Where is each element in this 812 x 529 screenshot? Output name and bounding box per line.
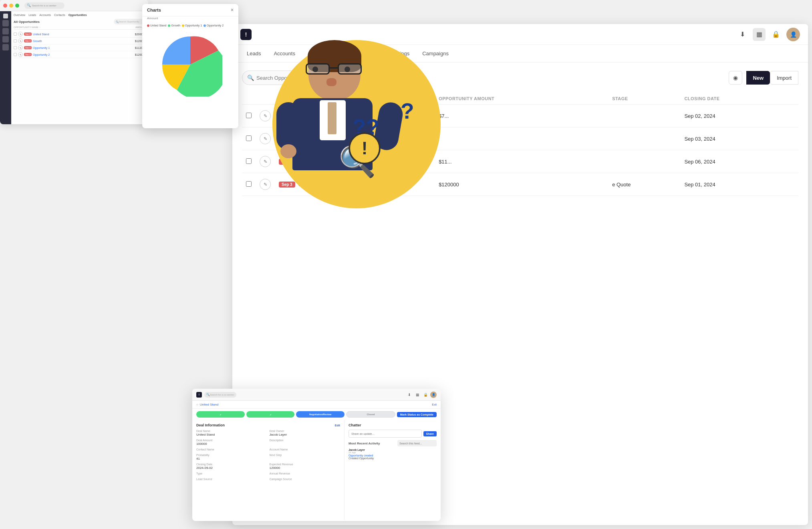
row-edit-icon[interactable]: ✎ bbox=[18, 38, 23, 43]
row-edit-cell: ✎ bbox=[256, 150, 275, 173]
progress-step-2[interactable]: Negotiation/Review bbox=[296, 411, 345, 418]
row-edit-icon[interactable]: ✎ bbox=[18, 45, 23, 50]
row-edit-icon[interactable]: ✎ bbox=[260, 179, 271, 190]
detail-download-icon[interactable]: ⬇ bbox=[406, 392, 413, 398]
back-search-input[interactable]: 🔍 Search Opportunity bbox=[114, 19, 146, 24]
detail-lock-icon[interactable]: 🔒 bbox=[422, 392, 429, 398]
back-crm-window: 🔍 Search for a co-worker Overview Leads … bbox=[0, 0, 148, 124]
back-search-bar[interactable]: 🔍 Search for a co-worker bbox=[24, 2, 64, 9]
download-icon-btn[interactable]: ⬇ bbox=[736, 28, 749, 41]
nav-campaigns[interactable]: Campaigns bbox=[416, 45, 455, 63]
row-edit-icon[interactable]: ✎ bbox=[18, 32, 23, 36]
min-btn-back[interactable] bbox=[9, 4, 13, 8]
pie-chart bbox=[158, 32, 222, 97]
back-nav-accounts[interactable]: Accounts bbox=[39, 14, 51, 16]
chart-close-button[interactable]: × bbox=[231, 7, 234, 13]
field-description: Description bbox=[270, 439, 341, 446]
nav-accounts[interactable]: Accounts bbox=[267, 45, 301, 63]
back-topbar: 🔍 Search for a co-worker bbox=[0, 0, 148, 11]
row-name[interactable]: Growth bbox=[33, 40, 42, 42]
lock-icon-btn[interactable]: 🔒 bbox=[770, 28, 782, 41]
row-name[interactable]: United Stand bbox=[33, 33, 49, 36]
row-edit-cell: ✎ bbox=[256, 127, 275, 150]
progress-step-3[interactable]: Closed bbox=[346, 411, 395, 418]
field-account-name: Account Name bbox=[270, 448, 341, 451]
back-row-left: ✎ Sep 3 Growth bbox=[14, 38, 42, 43]
activity-header: Most Recent Activity bbox=[349, 440, 437, 446]
chatter-input-row: Share bbox=[349, 430, 437, 438]
mark-status-complete-button[interactable]: Mark Status as Complete bbox=[397, 412, 437, 417]
chatter-input-field[interactable] bbox=[349, 430, 422, 438]
chatter-share-button[interactable]: Share bbox=[423, 431, 437, 436]
exit-button[interactable]: Exit bbox=[432, 403, 437, 406]
chart-view-btn[interactable]: ◉ bbox=[729, 71, 742, 85]
import-button[interactable]: Import bbox=[770, 71, 798, 85]
row-checkbox[interactable] bbox=[246, 135, 252, 141]
row-checkbox-cell bbox=[242, 173, 256, 196]
back-nav-leads[interactable]: Leads bbox=[28, 14, 36, 16]
field-probability: Probability 41 bbox=[196, 454, 267, 460]
detail-body: Deal Information Edit Deal Name United S… bbox=[192, 420, 441, 520]
row-checkbox[interactable] bbox=[14, 32, 17, 36]
back-table-row[interactable]: ✎ Sep 3 Opportunity 1 $112000 bbox=[14, 44, 146, 51]
sidebar-icon-4[interactable] bbox=[2, 44, 9, 50]
deal-edit-button[interactable]: Edit bbox=[335, 424, 340, 427]
max-btn-back[interactable] bbox=[15, 4, 19, 8]
row-amount-cell: $7... bbox=[435, 105, 608, 127]
row-edit-icon[interactable]: ✎ bbox=[260, 133, 271, 144]
row-edit-icon[interactable]: ✎ bbox=[18, 52, 23, 57]
row-checkbox[interactable] bbox=[14, 53, 17, 56]
feed-search-input[interactable] bbox=[397, 440, 437, 446]
sidebar-icon-1[interactable] bbox=[2, 20, 9, 26]
back-sidebar bbox=[0, 11, 11, 124]
sidebar-icon-3[interactable] bbox=[2, 36, 9, 42]
row-closing-date: Sep 03, 2024 bbox=[680, 127, 798, 150]
back-nav-overview[interactable]: Overview bbox=[14, 14, 25, 16]
back-table-row[interactable]: ✎ Sep 3 Growth $120000 bbox=[14, 38, 146, 44]
back-table-row[interactable]: ✎ Sep 3 Opportunity 2 $120000 bbox=[14, 51, 146, 58]
row-stage-cell bbox=[608, 105, 680, 127]
row-name[interactable]: Opportunity 1 bbox=[33, 46, 50, 49]
row-edit-icon[interactable]: ✎ bbox=[260, 110, 271, 121]
row-checkbox[interactable] bbox=[14, 46, 17, 49]
back-nav-contacts[interactable]: Contacts bbox=[54, 14, 65, 16]
col-stage: STAGE bbox=[608, 93, 680, 105]
back-table-row[interactable]: ✎ Sep 9 United Stand $200000 bbox=[14, 31, 146, 38]
back-nav-opportunities[interactable]: Opportunities bbox=[69, 14, 87, 16]
field-deal-amount: Deal Amount 100000 bbox=[196, 439, 267, 446]
sidebar-icon-2[interactable] bbox=[2, 28, 9, 34]
search-icon-main: 🔍 bbox=[247, 75, 254, 81]
row-checkbox[interactable] bbox=[14, 39, 17, 42]
breadcrumb-link[interactable]: United Stand bbox=[200, 403, 218, 406]
chart-modal-header: Charts × bbox=[142, 4, 238, 16]
detail-user-avatar[interactable]: 👤 bbox=[430, 392, 437, 398]
row-checkbox[interactable] bbox=[246, 158, 252, 164]
row-closing-date: Sep 06, 2024 bbox=[680, 150, 798, 173]
field-lead-source: Lead Source bbox=[196, 478, 267, 481]
back-main-content: Overview Leads Accounts Contacts Opportu… bbox=[11, 11, 148, 124]
col-opp-amount: OPPORTUNITY AMOUNT bbox=[435, 93, 608, 105]
row-name[interactable]: Opportunity 2 bbox=[33, 53, 50, 56]
detail-grid-icon[interactable]: ▦ bbox=[414, 392, 421, 398]
field-next-step: Next Step bbox=[270, 454, 341, 460]
back-row-left: ✎ Sep 3 Opportunity 1 bbox=[14, 45, 50, 50]
action-btn-group: New Import bbox=[746, 71, 798, 85]
detail-topbar-left: ! 🔍 Search for a co-worker bbox=[196, 392, 236, 398]
user-avatar[interactable]: 👤 bbox=[786, 28, 800, 41]
row-badge: Sep 3 bbox=[279, 182, 295, 188]
row-stage-cell bbox=[608, 127, 680, 150]
row-checkbox[interactable] bbox=[246, 181, 252, 187]
legend-dot-1 bbox=[168, 24, 170, 27]
nav-leads[interactable]: Leads bbox=[240, 45, 267, 63]
row-checkbox-cell bbox=[242, 127, 256, 150]
close-btn-back[interactable] bbox=[3, 4, 7, 8]
field-type: Type bbox=[196, 472, 267, 475]
detail-search-bar[interactable]: 🔍 Search for a co-worker bbox=[204, 392, 236, 398]
grid-icon-btn[interactable]: ▦ bbox=[753, 28, 766, 41]
new-opportunity-button[interactable]: New bbox=[746, 71, 770, 85]
row-edit-icon[interactable]: ✎ bbox=[260, 156, 271, 167]
row-badge: Sep 9 bbox=[24, 32, 32, 36]
row-checkbox[interactable] bbox=[246, 113, 252, 118]
detail-breadcrumb: ○ United Stand Exit bbox=[192, 401, 441, 409]
detail-topbar-right: ⬇ ▦ 🔒 👤 bbox=[406, 392, 437, 398]
